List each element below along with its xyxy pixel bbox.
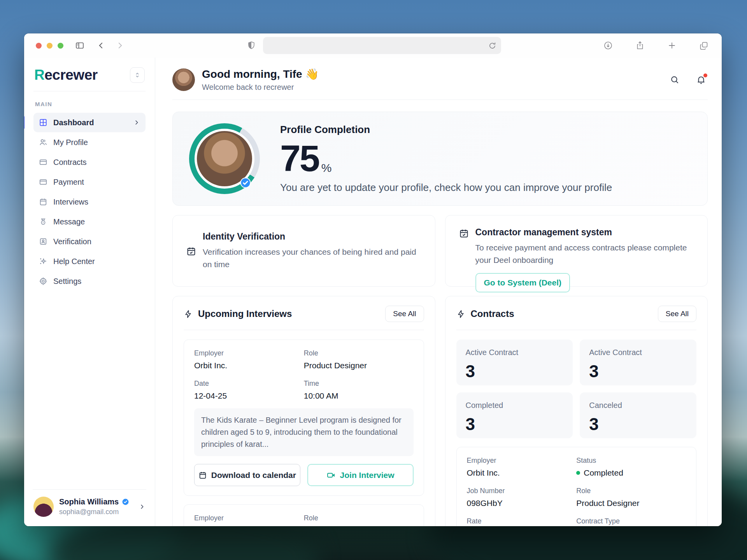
status-value: Completed — [584, 468, 623, 478]
download-icon[interactable] — [602, 39, 614, 52]
contractor-management-description: To receive payment and access contracts … — [475, 242, 693, 266]
sidebar-item-message[interactable]: Message — [33, 212, 146, 231]
sidebar: Recrewer MAIN Dashboard M — [24, 58, 155, 526]
divider — [456, 330, 697, 330]
see-all-interviews-button[interactable]: See All — [385, 306, 424, 322]
role-value: Product Designer — [304, 526, 414, 526]
shield-icon[interactable] — [245, 39, 258, 52]
sidebar-item-label: Dashboard — [53, 118, 94, 127]
sidebar-item-label: Message — [53, 217, 85, 226]
main-content: Good morning, Tife 👋 Welcome back to rec… — [155, 58, 722, 526]
role-value: Product Designer — [576, 499, 686, 508]
contracts-title: Contracts — [471, 308, 514, 319]
bolt-icon — [184, 310, 193, 318]
sidebar-item-contracts[interactable]: Contracts — [33, 152, 146, 172]
sparkles-icon — [39, 257, 47, 266]
sidebar-toggle-icon[interactable] — [74, 39, 86, 52]
see-all-contracts-button[interactable]: See All — [658, 306, 696, 322]
go-to-system-button[interactable]: Go to System (Deel) — [475, 273, 570, 292]
percent-sign: % — [321, 163, 332, 173]
date-value: 12-04-25 — [194, 391, 304, 401]
join-interview-button[interactable]: Join Interview — [307, 464, 414, 486]
field-label: Status — [576, 457, 686, 465]
sidebar-item-interviews[interactable]: Interviews — [33, 192, 146, 212]
sidebar-item-dashboard[interactable]: Dashboard — [33, 113, 146, 132]
users-icon — [39, 138, 47, 147]
sidebar-item-verification[interactable]: Verification — [33, 232, 146, 251]
contractor-management-card: Contractor management system To receive … — [445, 215, 708, 287]
bell-icon[interactable] — [696, 75, 706, 85]
employer-value: Orbit Inc. — [194, 361, 304, 370]
page-header: Good morning, Tife 👋 Welcome back to rec… — [172, 58, 708, 100]
sidebar-item-label: My Profile — [53, 138, 88, 147]
profile-completion-card: Profile Completion 75 % You are yet to u… — [172, 112, 708, 206]
chevron-right-icon — [139, 503, 146, 510]
sidebar-item-settings[interactable]: Settings — [33, 271, 146, 291]
sidebar-item-my-profile[interactable]: My Profile — [33, 133, 146, 152]
sidebar-item-label: Settings — [53, 277, 81, 286]
interview-description: The Kids Karate – Beginner Level program… — [194, 408, 414, 456]
sidebar-item-label: Help Center — [53, 257, 95, 266]
calendar-check-icon — [459, 228, 469, 275]
interview-entry: Employer Orbit Inc. Role Product Designe… — [184, 340, 424, 496]
sidebar-collapse-button[interactable] — [130, 67, 145, 83]
contract-detail: Employer Orbit Inc. Status Completed Job… — [456, 447, 697, 526]
identity-verification-card: Identity Verification Verification incre… — [172, 215, 435, 287]
sidebar-item-label: Verification — [53, 237, 91, 246]
interviews-title: Upcoming Interviews — [198, 308, 292, 319]
wallet-icon — [39, 178, 47, 186]
employer-value: Orbit Inc. — [467, 468, 577, 478]
sidebar-item-help-center[interactable]: Help Center — [33, 252, 146, 271]
forward-icon[interactable] — [114, 40, 126, 51]
tab-overview-icon[interactable] — [698, 39, 710, 52]
sidebar-divider — [33, 91, 146, 91]
identity-verification-description: Verification increases your chances of b… — [203, 246, 421, 270]
contractor-management-title: Contractor management system — [475, 227, 693, 238]
zoom-button[interactable] — [58, 43, 63, 49]
profile-completion-message: You are yet to update your profile, chec… — [280, 182, 612, 194]
back-icon[interactable] — [95, 40, 107, 51]
address-bar[interactable] — [263, 37, 501, 54]
calendar-icon — [198, 471, 207, 480]
close-button[interactable] — [36, 43, 42, 49]
field-label: Contract Type — [576, 517, 686, 525]
calendar-check-icon — [186, 246, 196, 257]
stat-active-contract: Active Contract 3 — [456, 340, 573, 385]
upcoming-interviews-card: Upcoming Interviews See All Employer Orb… — [172, 296, 435, 526]
gear-icon — [39, 277, 47, 285]
verified-badge-icon — [240, 177, 251, 189]
field-label: Role — [576, 487, 686, 495]
share-icon[interactable] — [634, 39, 646, 52]
stat-active-contract: Active Contract 3 — [580, 340, 696, 385]
employer-value: Orbit Inc. — [194, 526, 304, 526]
time-value: 10:00 AM — [304, 391, 414, 401]
stat-canceled: Canceled 3 — [580, 392, 696, 438]
avatar — [172, 68, 195, 91]
app-logo: Recrewer — [34, 67, 98, 83]
refresh-icon[interactable] — [488, 42, 496, 50]
search-icon[interactable] — [670, 75, 680, 85]
download-to-calendar-button[interactable]: Download to calendar — [194, 464, 300, 486]
sidebar-item-label: Payment — [53, 178, 84, 187]
role-value: Product Designer — [304, 361, 414, 370]
user-profile-row[interactable]: Sophia Williams sophia@gmail.com — [33, 497, 146, 517]
sidebar-section-label: MAIN — [35, 101, 146, 107]
field-label: Employer — [194, 514, 304, 522]
interview-entry: Employer Orbit Inc. Role Product Designe… — [184, 504, 424, 526]
calendar-icon — [39, 198, 47, 206]
new-tab-icon[interactable] — [666, 39, 678, 52]
notification-dot — [703, 74, 707, 77]
divider — [184, 330, 424, 330]
status-dot — [576, 471, 580, 475]
field-label: Role — [304, 349, 414, 357]
field-label: Job Number — [467, 487, 577, 495]
field-label: Rate — [467, 517, 577, 525]
user-name: Sophia Williams — [59, 497, 119, 506]
sidebar-item-label: Contracts — [53, 158, 87, 167]
field-label: Employer — [467, 457, 577, 465]
grid-icon — [39, 118, 47, 127]
sidebar-divider — [33, 489, 146, 490]
sidebar-item-payment[interactable]: Payment — [33, 172, 146, 192]
chevron-right-icon — [133, 119, 140, 126]
minimize-button[interactable] — [47, 43, 53, 49]
